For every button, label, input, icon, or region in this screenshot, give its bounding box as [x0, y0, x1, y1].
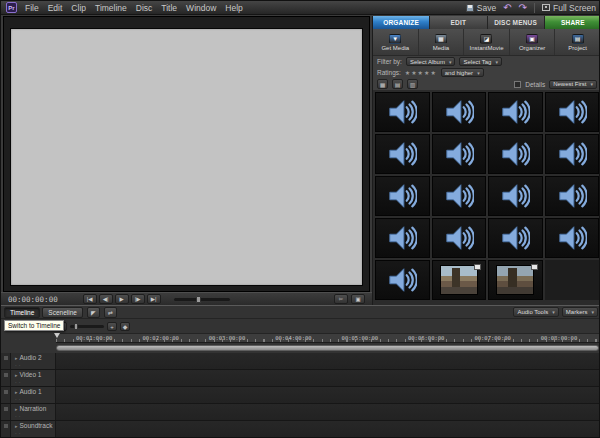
- audio-clip-thumbnail[interactable]: [545, 218, 600, 258]
- save-icon: [466, 4, 474, 12]
- track-expand-icon[interactable]: ▸: [15, 389, 18, 395]
- marker-icon[interactable]: ◆: [120, 322, 130, 331]
- zoom-in-button[interactable]: +: [107, 322, 117, 331]
- save-button[interactable]: Save: [466, 3, 496, 13]
- track-expand-icon[interactable]: ▸: [15, 372, 18, 378]
- audio-clip-thumbnail[interactable]: [375, 134, 430, 174]
- audio-clip-thumbnail[interactable]: [545, 176, 600, 216]
- audio-clip-thumbnail[interactable]: [488, 92, 543, 132]
- menu-help[interactable]: Help: [225, 3, 242, 13]
- audio-clip-thumbnail[interactable]: [432, 218, 487, 258]
- organizer-button[interactable]: ▣Organizer: [510, 29, 556, 55]
- go-to-previous-edit-button[interactable]: |◀: [83, 294, 97, 304]
- menu-title[interactable]: Title: [161, 3, 177, 13]
- track-lane[interactable]: [56, 353, 600, 369]
- track-lane[interactable]: [56, 370, 600, 386]
- track-toggle-rail[interactable]: [1, 421, 11, 437]
- media-button[interactable]: ▦Media: [419, 29, 465, 55]
- tab-timeline[interactable]: Timeline: [4, 307, 40, 318]
- track-header: ▸Narration··: [11, 404, 56, 420]
- audio-clip-thumbnail[interactable]: [432, 176, 487, 216]
- audio-clip-thumbnail[interactable]: [545, 134, 600, 174]
- get-media-button[interactable]: ▼Get Media: [373, 29, 419, 55]
- zoom-slider[interactable]: [70, 325, 104, 328]
- track-lane[interactable]: [56, 404, 600, 420]
- menu-timeline[interactable]: Timeline: [95, 3, 127, 13]
- project-button[interactable]: ▤Project: [555, 29, 600, 55]
- select-tag-dropdown[interactable]: Select Tag▾: [459, 57, 501, 66]
- track-expand-icon[interactable]: ▸: [15, 423, 18, 429]
- audio-clip-thumbnail[interactable]: [488, 176, 543, 216]
- instantmovie-icon: ◪: [480, 34, 492, 44]
- slideshow-button[interactable]: ▥: [407, 79, 418, 89]
- fullscreen-button[interactable]: Full Screen: [542, 3, 596, 13]
- video-clip-thumbnail[interactable]: [432, 260, 487, 300]
- panel-tabs: ORGANIZEEDITDISC MENUSSHARE: [373, 16, 600, 29]
- timeline-panel: TimelineSceneline ◤ ⇄ Audio Tools▾ Marke…: [1, 305, 600, 438]
- split-clip-button[interactable]: ✂: [334, 294, 348, 304]
- audio-clip-thumbnail[interactable]: [432, 92, 487, 132]
- menu-disc[interactable]: Disc: [136, 3, 153, 13]
- audio-clip-thumbnail[interactable]: [375, 92, 430, 132]
- undo-button[interactable]: ↶: [503, 3, 511, 13]
- track-name-row: ▸Narration: [15, 405, 55, 413]
- track-subcontrols: ··: [15, 396, 55, 403]
- audio-clip-thumbnail[interactable]: [545, 92, 600, 132]
- video-clip-thumbnail[interactable]: [488, 260, 543, 300]
- instantmovie-button[interactable]: ◪InstantMovie: [464, 29, 510, 55]
- markers-dropdown[interactable]: Markers▾: [562, 307, 598, 317]
- rating-stars[interactable]: ★★★★★: [405, 69, 437, 76]
- current-time-indicator[interactable]: [54, 333, 60, 338]
- audio-clip-thumbnail[interactable]: [488, 218, 543, 258]
- menu-window[interactable]: Window: [186, 3, 216, 13]
- tab-disc-menus[interactable]: DISC MENUS: [488, 16, 544, 29]
- track-name-row: ▸Audio 1: [15, 388, 55, 396]
- audio-clip-thumbnail[interactable]: [375, 260, 430, 300]
- detail-view-button[interactable]: ▤: [392, 79, 403, 89]
- track-expand-icon[interactable]: ▸: [15, 406, 18, 412]
- shuttle-thumb[interactable]: [196, 296, 201, 303]
- chevron-down-icon: ▾: [552, 309, 555, 315]
- audio-clip-thumbnail[interactable]: [375, 176, 430, 216]
- redo-button[interactable]: ↷: [519, 3, 527, 13]
- audio-clip-thumbnail[interactable]: [375, 218, 430, 258]
- track-toggle-rail[interactable]: [1, 387, 11, 403]
- sort-order-dropdown[interactable]: Newest First▾: [549, 80, 597, 89]
- audio-speaker-icon: [500, 97, 530, 127]
- audio-tools-dropdown[interactable]: Audio Tools▾: [513, 307, 558, 317]
- menu-file[interactable]: File: [25, 3, 39, 13]
- time-ruler[interactable]: 00:01:00:0000:02:00:0000:03:00:0000:04:0…: [56, 333, 600, 343]
- video-format-badge: [474, 264, 481, 270]
- work-area-bar[interactable]: [56, 345, 599, 351]
- menu-clip[interactable]: Clip: [71, 3, 86, 13]
- details-checkbox[interactable]: [514, 81, 521, 88]
- tab-sceneline[interactable]: Sceneline: [42, 307, 83, 318]
- tab-organize[interactable]: ORGANIZE: [373, 16, 429, 29]
- go-to-next-edit-button[interactable]: ▶|: [147, 294, 161, 304]
- shuttle-slider[interactable]: [174, 298, 230, 301]
- time-stretch-tool-button[interactable]: ⇄: [104, 307, 117, 318]
- zoom-slider-thumb[interactable]: [74, 323, 78, 330]
- track-subcontrols: ··: [15, 362, 55, 369]
- play-button[interactable]: ▶: [115, 294, 129, 304]
- step-back-button[interactable]: ◀|: [99, 294, 113, 304]
- track-toggle-rail[interactable]: [1, 353, 11, 369]
- track-toggle-rail[interactable]: [1, 404, 11, 420]
- grid-view-button[interactable]: ▦: [377, 79, 388, 89]
- selection-tool-button[interactable]: ◤: [87, 307, 100, 318]
- tab-edit[interactable]: EDIT: [430, 16, 486, 29]
- tab-share[interactable]: SHARE: [545, 16, 600, 29]
- track-toggle-rail[interactable]: [1, 370, 11, 386]
- track-lane[interactable]: [56, 421, 600, 437]
- audio-clip-thumbnail[interactable]: [488, 134, 543, 174]
- select-album-dropdown[interactable]: Select Album▾: [406, 57, 456, 66]
- track-expand-icon[interactable]: ▸: [15, 355, 18, 361]
- menu-edit[interactable]: Edit: [48, 3, 63, 13]
- track-audio-2: ▸Audio 2··: [1, 353, 600, 370]
- freeze-frame-button[interactable]: ▣: [351, 294, 365, 304]
- and-higher-dropdown[interactable]: and higher▾: [441, 68, 484, 77]
- track-state-icon: [4, 356, 8, 360]
- audio-clip-thumbnail[interactable]: [432, 134, 487, 174]
- step-forward-button[interactable]: |▶: [131, 294, 145, 304]
- track-lane[interactable]: [56, 387, 600, 403]
